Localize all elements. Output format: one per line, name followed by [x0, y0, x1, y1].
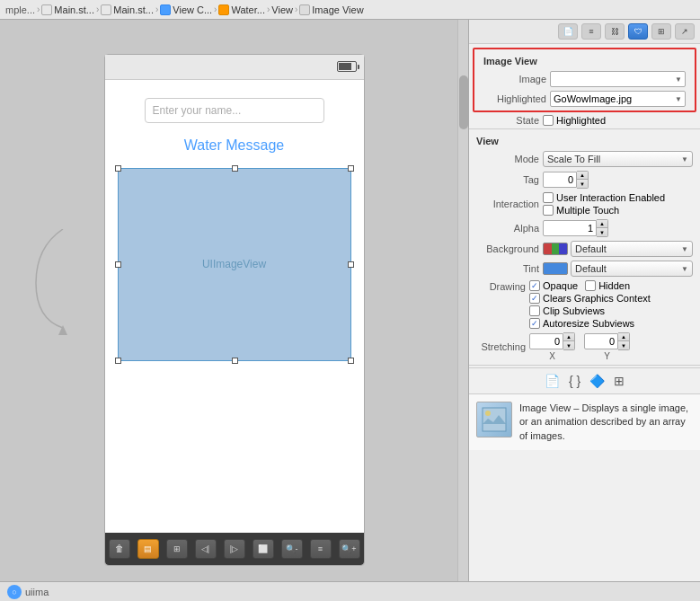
- stretch-x-up[interactable]: ▲: [563, 333, 574, 341]
- toolbar-zoom-in[interactable]: 🔍+: [339, 539, 360, 559]
- user-interaction-row: User Interaction Enabled: [543, 192, 665, 203]
- breadcrumb: mple... › Main.st... › Main.st... › View…: [0, 0, 700, 20]
- image-icon: ⬜: [258, 544, 268, 553]
- background-label: Background: [476, 243, 539, 254]
- toolbar-align[interactable]: ▤: [137, 539, 159, 559]
- breadcrumb-item-2[interactable]: Main.st...: [41, 4, 94, 15]
- tint-value-area: Default ▼: [543, 261, 693, 277]
- background-swatch[interactable]: [543, 243, 568, 255]
- alpha-stepper-up[interactable]: ▲: [597, 220, 607, 228]
- image-view-box[interactable]: UIImageView: [118, 168, 351, 361]
- state-checkbox-area: Highlighted: [543, 115, 606, 126]
- clears-checkbox[interactable]: [529, 293, 540, 304]
- sep1: [469, 128, 700, 129]
- handle-bm[interactable]: [232, 358, 238, 364]
- inspector-shield-icon[interactable]: 🛡: [628, 23, 648, 40]
- alpha-field[interactable]: [543, 220, 597, 236]
- canvas-scrollbar[interactable]: [457, 20, 468, 581]
- image-label: Image: [483, 74, 546, 84]
- interaction-value-area: User Interaction Enabled Multiple Touch: [543, 192, 693, 216]
- autoresize-checkbox[interactable]: [529, 318, 540, 329]
- inspector-icon-bar: 📄 ≡ ⛓ 🛡 ⊞ ↗: [469, 20, 700, 44]
- opaque-checkbox[interactable]: [529, 280, 540, 291]
- toolbar-lines[interactable]: ≡: [310, 539, 332, 559]
- tag-stepper-dn[interactable]: ▼: [577, 180, 588, 188]
- highlighted-dropdown[interactable]: GoWowImage.jpg ▼: [550, 91, 686, 107]
- link-icon: ⛓: [611, 27, 619, 36]
- name-placeholder: Enter your name...: [153, 104, 242, 117]
- mode-current-value: Scale To Fill: [547, 154, 600, 164]
- handle-bl[interactable]: [115, 358, 121, 364]
- inspector-file-icon[interactable]: 📄: [558, 23, 578, 40]
- alpha-stepper[interactable]: ▲ ▼: [543, 219, 608, 237]
- bottom-code-icon[interactable]: { }: [569, 374, 580, 388]
- breadcrumb-item-5[interactable]: Water...: [218, 4, 265, 15]
- tag-stepper[interactable]: ▲ ▼: [543, 171, 589, 189]
- stretch-x-dn[interactable]: ▼: [563, 341, 574, 349]
- alpha-label: Alpha: [476, 223, 539, 234]
- toolbar-grid[interactable]: ⊞: [166, 539, 188, 559]
- canvas-area[interactable]: ⊕ Enter your name... Water Message: [0, 20, 468, 581]
- handle-ml[interactable]: [115, 261, 121, 268]
- tag-stepper-up[interactable]: ▲: [577, 172, 588, 180]
- breadcrumb-item-6[interactable]: View: [271, 4, 293, 15]
- inspector-list-icon[interactable]: ≡: [581, 23, 601, 40]
- name-input-mock[interactable]: Enter your name...: [145, 98, 324, 123]
- next-icon: |▷: [230, 544, 238, 553]
- user-interaction-cb[interactable]: [543, 192, 554, 203]
- breadcrumb-item-7[interactable]: Image View: [299, 4, 363, 15]
- list-icon: ≡: [589, 27, 593, 36]
- bottom-file-icon[interactable]: 📄: [545, 374, 560, 388]
- clears-label: Clears Graphics Context: [543, 293, 651, 304]
- storyboard-icon-2: [101, 4, 111, 15]
- breadcrumb-sep-5: ›: [267, 4, 270, 14]
- inspector-link-icon[interactable]: ⛓: [605, 23, 625, 40]
- breadcrumb-item-1[interactable]: mple...: [5, 4, 35, 15]
- breadcrumb-item-4[interactable]: View C...: [160, 4, 212, 15]
- stretching-prop-row: Stretching ▲ ▼ X: [469, 331, 700, 363]
- stretch-y-field[interactable]: [584, 333, 618, 349]
- toolbar-image[interactable]: ⬜: [253, 539, 274, 559]
- hidden-checkbox[interactable]: [585, 280, 596, 291]
- handle-br[interactable]: [348, 358, 354, 364]
- stretch-y-up[interactable]: ▲: [618, 333, 629, 341]
- bottom-3d-icon[interactable]: 🔷: [589, 374, 605, 388]
- breadcrumb-sep-4: ›: [214, 4, 217, 14]
- phone-bottom-toolbar: 🗑 ▤ ⊞ ◁| |▷ ⬜ 🔍-: [105, 533, 364, 565]
- tag-value-area: ▲ ▼: [543, 171, 693, 189]
- stretch-y-dn[interactable]: ▼: [618, 341, 629, 349]
- stretch-y-stepper[interactable]: ▲ ▼: [584, 332, 630, 350]
- clip-row: Clip Subviews: [529, 305, 651, 316]
- highlighted-state-checkbox[interactable]: [543, 115, 554, 126]
- stretch-x-field[interactable]: [529, 333, 563, 349]
- stretch-x-stepper[interactable]: ▲ ▼: [529, 332, 575, 350]
- clip-checkbox[interactable]: [529, 305, 540, 316]
- background-dropdown[interactable]: Default ▼: [571, 241, 693, 257]
- inspector-arrow-icon[interactable]: ↗: [675, 23, 695, 40]
- highlighted-state-label: Highlighted: [556, 115, 606, 126]
- toolbar-zoom-out[interactable]: 🔍-: [281, 539, 303, 559]
- tint-swatch[interactable]: [543, 262, 568, 275]
- alpha-stepper-dn[interactable]: ▼: [597, 228, 607, 236]
- alpha-prop-row: Alpha ▲ ▼: [469, 217, 700, 239]
- tag-field[interactable]: [543, 172, 577, 188]
- handle-tl[interactable]: [115, 165, 121, 172]
- drawing-prop-row: Drawing Opaque Hidden Clears Graphics Co…: [469, 278, 700, 331]
- battery-icon: [337, 61, 357, 72]
- toolbar-next[interactable]: |▷: [224, 539, 245, 559]
- handle-mr[interactable]: [348, 261, 354, 268]
- tint-dropdown[interactable]: Default ▼: [571, 261, 693, 277]
- bottom-grid-icon[interactable]: ⊞: [614, 374, 625, 388]
- toolbar-prev[interactable]: ◁|: [195, 539, 217, 559]
- mode-dropdown[interactable]: Scale To Fill ▼: [543, 151, 693, 167]
- imageview-icon: [299, 4, 310, 15]
- handle-tr[interactable]: [348, 165, 354, 172]
- toolbar-trash[interactable]: 🗑: [109, 539, 130, 559]
- inspector-size-icon[interactable]: ⊞: [651, 23, 671, 40]
- multiple-touch-cb[interactable]: [543, 205, 554, 216]
- image-dropdown[interactable]: ▼: [550, 71, 686, 87]
- breadcrumb-item-3[interactable]: Main.st...: [101, 4, 154, 15]
- trash-icon: 🗑: [115, 544, 124, 553]
- handle-tm[interactable]: [232, 165, 238, 172]
- scroll-thumb[interactable]: [459, 75, 468, 129]
